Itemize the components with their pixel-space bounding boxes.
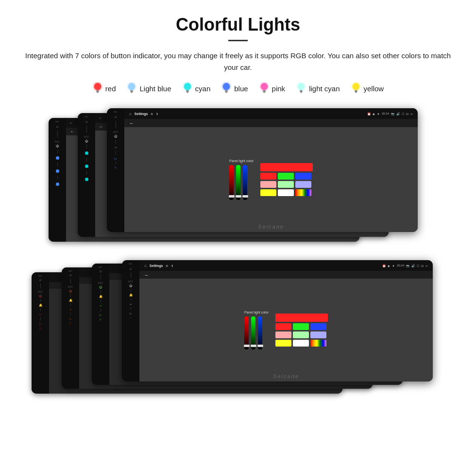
foreground-device-top: MIC ⌂ RST ⏻ ↩ ⟨+ ⟨- xyxy=(107,108,418,232)
color-item-lightcyan: light cyan xyxy=(296,82,340,95)
svg-rect-7 xyxy=(131,92,133,93)
description-text: Integrated with 7 colors of button indic… xyxy=(19,50,457,73)
color-item-cyan: cyan xyxy=(182,82,211,95)
svg-rect-23 xyxy=(300,92,302,93)
svg-rect-19 xyxy=(263,92,265,93)
settings-title: Settings xyxy=(135,112,148,116)
pink-bulb-icon xyxy=(259,82,270,95)
back-arrow-top[interactable]: ← xyxy=(129,120,134,126)
yellow-bulb-icon xyxy=(351,82,361,95)
color-item-lightblue: Light blue xyxy=(126,82,171,95)
color-label-lightcyan: light cyan xyxy=(309,84,340,93)
svg-point-25 xyxy=(351,82,360,92)
svg-point-13 xyxy=(221,82,231,92)
top-device-stack: MIC ⌂ RST ⏻ ⌂ xyxy=(49,108,427,247)
color-label-blue: blue xyxy=(234,84,248,93)
blue-bulb-icon xyxy=(221,82,232,95)
svg-rect-14 xyxy=(225,90,228,92)
color-label-lightblue: Light blue xyxy=(139,84,171,93)
settings-title-bottom: Settings xyxy=(150,264,163,267)
color-label-red: red xyxy=(105,84,116,93)
watermark-top: Seicane xyxy=(258,224,284,230)
device-time-bottom: 20:24 xyxy=(397,264,404,267)
panel-light-label: Panel light color xyxy=(229,159,254,163)
cyan-bulb-icon xyxy=(182,82,193,95)
panel-light-label-bottom: Panel light color xyxy=(244,311,269,314)
svg-rect-10 xyxy=(186,90,189,92)
color-item-pink: pink xyxy=(259,82,286,95)
svg-rect-27 xyxy=(355,92,357,93)
bottom-devices-section: MIC ⌂ RST ⏻ 🔔 ↩ ⟨+ ⟨- xyxy=(19,260,457,403)
svg-rect-3 xyxy=(97,92,99,93)
svg-rect-26 xyxy=(355,90,357,92)
svg-rect-6 xyxy=(131,90,134,92)
svg-point-17 xyxy=(259,82,269,92)
svg-rect-11 xyxy=(187,92,188,93)
lightcyan-bulb-icon xyxy=(296,82,306,95)
svg-point-9 xyxy=(182,82,192,92)
svg-point-5 xyxy=(127,82,136,92)
color-item-blue: blue xyxy=(221,82,248,95)
svg-rect-15 xyxy=(225,92,227,93)
watermark-bottom: Seicane xyxy=(273,373,299,379)
color-label-yellow: yellow xyxy=(364,84,384,93)
back-arrow-bottom[interactable]: ← xyxy=(144,272,149,278)
color-label-pink: pink xyxy=(272,84,286,93)
svg-point-1 xyxy=(93,82,102,92)
bottom-device-stack: MIC ⌂ RST ⏻ 🔔 ↩ ⟨+ ⟨- xyxy=(32,260,444,403)
svg-rect-22 xyxy=(300,90,303,92)
foreground-device-bottom: MIC ⌂ RST ⏻ 🔔 ↩ ⟨+ ⟨- xyxy=(122,260,433,381)
svg-point-21 xyxy=(296,82,306,92)
color-indicators-row: red Light blue cyan xyxy=(19,82,457,95)
svg-rect-18 xyxy=(263,90,266,92)
red-bulb-icon xyxy=(92,82,103,95)
main-title: Colorful Lights xyxy=(19,15,457,35)
title-section: Colorful Lights Integrated with 7 colors… xyxy=(19,15,457,73)
device-time: 20:24 xyxy=(382,112,389,115)
color-item-red: red xyxy=(92,82,116,95)
title-divider xyxy=(228,40,248,41)
lightblue-bulb-icon xyxy=(126,82,137,95)
color-label-cyan: cyan xyxy=(195,84,211,93)
page-container: Colorful Lights Integrated with 7 colors… xyxy=(0,0,476,423)
color-item-yellow: yellow xyxy=(351,82,384,95)
top-devices-section: MIC ⌂ RST ⏻ ⌂ xyxy=(19,108,457,247)
svg-rect-2 xyxy=(96,90,99,92)
